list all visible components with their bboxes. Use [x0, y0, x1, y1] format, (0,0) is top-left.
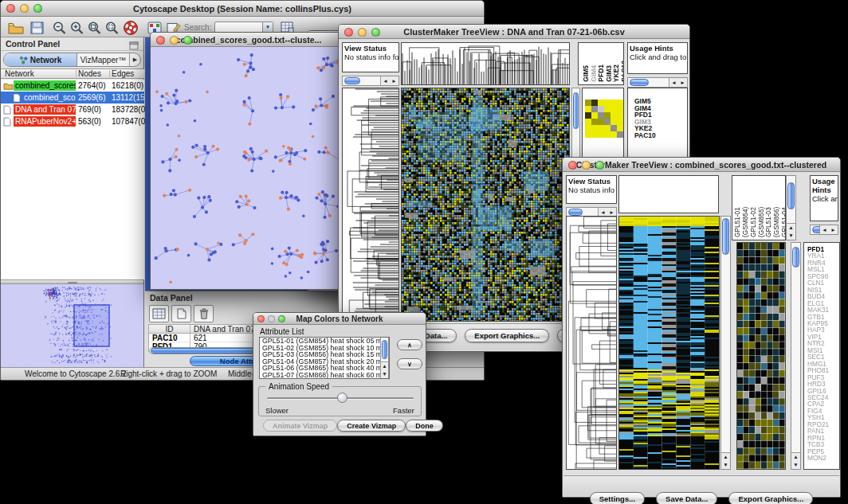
scrollbar-thumb[interactable] [792, 247, 799, 268]
main-titlebar[interactable]: Cytoscape Desktop (Session Name: collins… [1, 1, 484, 17]
heatmap-vertical-scrollbar[interactable]: ▲▼ [720, 216, 731, 470]
scroll-up-icon[interactable]: ▲ [787, 224, 795, 232]
scrollbar-thumb[interactable] [382, 340, 387, 359]
attribute-list-scrollbar[interactable]: ▲▼ [380, 337, 389, 379]
network-list-row[interactable]: combined_sco2569(6)13112(15) [1, 92, 144, 104]
network-list-row[interactable]: DNA and Tran 07769(0)183728(0) [1, 104, 144, 115]
float-panel-icon[interactable] [129, 39, 139, 53]
tab-overflow-icon[interactable]: ▶ [130, 53, 140, 66]
speed-slider[interactable] [267, 397, 414, 400]
scroll-down-icon[interactable]: ▼ [787, 232, 795, 240]
zoom-window-icon[interactable] [595, 161, 604, 170]
matrix-cell [610, 119, 617, 125]
save-session-icon[interactable] [28, 20, 45, 35]
array-labels-panel[interactable]: GIM5GIM4PFD1GIM3YKE2PAC10 [578, 42, 624, 85]
scroll-right-icon[interactable]: ► [829, 225, 838, 234]
scrollbar-thumb[interactable] [573, 92, 579, 129]
matrix-cell [604, 100, 610, 106]
scroll-left-icon[interactable]: ◄ [820, 225, 829, 234]
network-overview[interactable] [1, 284, 143, 367]
delete-attribute-icon[interactable] [194, 305, 214, 322]
tab-vizmapper[interactable]: VizMapper™ [77, 53, 130, 66]
move-up-button[interactable]: ∧ [397, 339, 422, 350]
scroll-down-icon[interactable]: ▼ [791, 461, 800, 469]
zoom-in-icon[interactable] [68, 20, 85, 35]
gene-dendrogram[interactable] [566, 216, 617, 470]
array-labels-panel[interactable]: GPL51-01 (GSM854)GPL51-02 (GSM855)GPL51-… [732, 175, 786, 240]
array-label[interactable]: GPL51-01 (GSM854) [734, 176, 750, 237]
minimize-icon[interactable] [582, 161, 591, 170]
minimize-icon[interactable] [170, 36, 179, 45]
treeview-button-export-graphics-[interactable]: Export Graphics... [465, 329, 549, 342]
new-attribute-icon[interactable] [171, 305, 191, 322]
treeview-button-export-graphics-[interactable]: Export Graphics... [728, 492, 813, 504]
close-icon[interactable] [156, 36, 165, 45]
scroll-up-icon[interactable]: ▲ [381, 362, 388, 370]
dialog-button-done[interactable]: Done [406, 420, 443, 432]
detail-scrollbar[interactable]: ▲▼ [791, 242, 801, 470]
scroll-up-icon[interactable]: ▲ [721, 453, 730, 461]
zoom-selected-icon[interactable] [103, 20, 120, 35]
attribute-list-item[interactable]: GPL51-07 (GSM868) heat shock 60 min [260, 372, 380, 379]
scroll-left-icon[interactable]: ◄ [381, 76, 390, 85]
array-label[interactable]: GPL51-03 (GSM856) [765, 176, 781, 237]
scroll-down-icon[interactable]: ▼ [381, 370, 388, 378]
scroll-right-icon[interactable]: ► [390, 76, 398, 85]
gene-label[interactable]: MON2 [807, 455, 839, 461]
scroll-right-icon[interactable]: ► [678, 78, 687, 87]
tab-network[interactable]: Network [4, 53, 77, 66]
scrollbar-thumb[interactable] [630, 79, 649, 86]
gene-dendrogram[interactable] [342, 88, 399, 322]
correlation-matrix[interactable] [585, 100, 623, 138]
select-attributes-icon[interactable] [149, 305, 169, 322]
zoom-fit-icon[interactable] [85, 20, 103, 35]
zoom-window-icon[interactable] [371, 28, 380, 37]
close-icon[interactable] [344, 28, 353, 37]
minimize-icon[interactable] [20, 4, 29, 13]
help-lifesaver-icon[interactable] [122, 20, 139, 35]
array-label[interactable]: GPL51-02 (GSM855) [750, 176, 766, 237]
matrix-cell [585, 112, 591, 119]
network-list-row[interactable]: RNAPuberNov2+563(0)107847(0) [1, 115, 144, 127]
zoom-window-icon[interactable] [33, 4, 42, 13]
global-heatmap[interactable] [618, 216, 720, 470]
close-icon[interactable] [6, 4, 15, 13]
close-icon[interactable] [257, 315, 265, 322]
scroll-left-icon[interactable]: ◄ [669, 78, 678, 87]
scrollbar-thumb[interactable] [344, 77, 360, 84]
treeview-button-settings-[interactable]: Settings... [590, 492, 645, 504]
dialog-button-create-vizmap[interactable]: Create Vizmap [337, 420, 406, 432]
slider-thumb[interactable] [337, 393, 347, 403]
network-window-titlebar[interactable]: combined_scores_good.txt--cluste... [151, 33, 347, 47]
detail-heatmap[interactable] [736, 242, 786, 470]
search-input[interactable] [216, 23, 262, 32]
close-icon[interactable] [568, 161, 577, 170]
open-session-icon[interactable] [7, 20, 25, 35]
labels-scrollbar[interactable]: ▲▼ [786, 175, 796, 240]
array-dendrogram[interactable] [618, 175, 719, 213]
global-heatmap[interactable] [401, 88, 570, 322]
dialog-titlebar[interactable]: Map Colors to Network [253, 313, 426, 325]
minimize-icon[interactable] [268, 315, 275, 322]
network-list-row[interactable]: combined_scores_2764(0)16218(0) [1, 80, 144, 92]
network-canvas[interactable] [151, 47, 347, 289]
usage-hints-scrollbar[interactable]: ◄► [810, 225, 838, 235]
treeview1-titlebar[interactable]: ClusterMaker TreeView : DNA and Tran 07-… [339, 25, 689, 39]
scroll-up-icon[interactable]: ▲ [791, 453, 800, 461]
minimize-icon[interactable] [358, 28, 367, 37]
view-status-scrollbar[interactable]: ◄► [342, 76, 399, 86]
scrollbar-thumb[interactable] [722, 218, 729, 255]
gene-label[interactable]: PAC10 [634, 132, 687, 139]
array-label[interactable]: PAC10 [621, 61, 625, 82]
treeview2-titlebar[interactable]: ClusterMaker TreeView : combined_scores_… [563, 158, 840, 172]
scrollbar-thumb[interactable] [787, 182, 795, 209]
usage-hints-scrollbar[interactable]: ◄► [627, 77, 688, 88]
scrollbar-thumb[interactable] [568, 209, 583, 216]
scroll-down-icon[interactable]: ▼ [721, 461, 730, 469]
zoom-window-icon[interactable] [278, 315, 285, 322]
treeview-button-save-data-[interactable]: Save Data... [656, 492, 717, 504]
zoom-window-icon[interactable] [183, 36, 192, 45]
move-down-button[interactable]: ∨ [397, 358, 422, 369]
zoom-out-icon[interactable] [50, 20, 68, 35]
array-dendrogram[interactable] [401, 42, 570, 85]
